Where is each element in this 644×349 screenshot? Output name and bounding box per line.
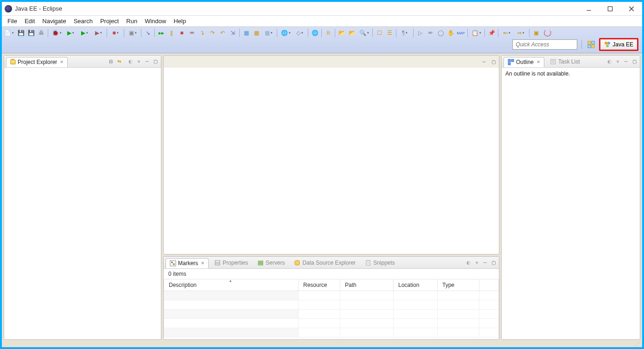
save-all-button[interactable]: 💾 bbox=[26, 28, 36, 38]
col-path[interactable]: Path bbox=[340, 279, 394, 291]
col-type[interactable]: Type bbox=[438, 279, 479, 291]
open-folder-button[interactable]: 📂 bbox=[347, 28, 357, 38]
quick-access-input[interactable] bbox=[512, 39, 577, 50]
minimize-view-button[interactable]: ─ bbox=[481, 259, 489, 267]
menu-search[interactable]: Search bbox=[70, 16, 96, 26]
drop-frame-button[interactable]: ⇲ bbox=[228, 28, 237, 38]
new-web-button[interactable]: 🌐 bbox=[279, 28, 292, 38]
run-button[interactable]: ▶ bbox=[64, 28, 77, 38]
col-description[interactable]: Description▴ bbox=[164, 279, 299, 291]
markers-icon bbox=[170, 260, 176, 267]
annotations-button[interactable]: ¶ bbox=[398, 28, 411, 38]
view-menu-button[interactable]: ▿ bbox=[473, 259, 480, 267]
new-jsp-button[interactable]: ▦ bbox=[242, 28, 251, 38]
data-source-explorer-tab[interactable]: Data Source Explorer bbox=[290, 258, 359, 267]
java-ee-perspective-button[interactable]: Java EE bbox=[599, 38, 638, 51]
open-perspective-button[interactable] bbox=[586, 39, 596, 50]
maximize-view-button[interactable]: ▢ bbox=[490, 259, 497, 267]
project-explorer-tab[interactable]: Project Explorer ✕ bbox=[6, 57, 68, 67]
close-icon[interactable]: ✕ bbox=[60, 59, 64, 64]
focus-task-button[interactable]: ◐ bbox=[465, 259, 472, 267]
terminate-debug-button[interactable]: ■ bbox=[177, 28, 186, 38]
focus-task-button[interactable]: ◐ bbox=[606, 58, 613, 65]
collapse-all-button[interactable]: ⊟ bbox=[107, 58, 115, 65]
maximize-editor-button[interactable]: ▢ bbox=[490, 58, 497, 65]
open-type-button[interactable]: ⎘ bbox=[324, 28, 333, 38]
search-button[interactable]: 🔍 bbox=[357, 28, 370, 38]
menu-help[interactable]: Help bbox=[170, 16, 190, 26]
menu-navigate[interactable]: Navigate bbox=[38, 16, 70, 26]
link-button[interactable]: ⚮ bbox=[426, 28, 435, 38]
external-tools-button[interactable]: ▶ bbox=[92, 28, 105, 38]
new-xml-button[interactable]: ◇ bbox=[293, 28, 306, 38]
hand-button[interactable]: ✋ bbox=[446, 28, 455, 38]
clipboard-button[interactable]: 📋 bbox=[470, 28, 483, 38]
back-button[interactable]: ⇐ bbox=[500, 28, 513, 38]
outline-tab[interactable]: Outline ✕ bbox=[504, 57, 544, 67]
minimize-button[interactable] bbox=[578, 2, 599, 16]
disconnect-button[interactable]: ⚮ bbox=[187, 28, 197, 38]
pin-button[interactable]: 📌 bbox=[487, 28, 496, 38]
maximize-view-button[interactable]: ▢ bbox=[631, 58, 638, 65]
new-servlet-button[interactable]: ▦ bbox=[252, 28, 261, 38]
run-last-button[interactable]: ▶ bbox=[78, 28, 91, 38]
debug-button[interactable]: 🐞 bbox=[50, 28, 63, 38]
view-menu-button[interactable]: ▿ bbox=[135, 58, 142, 65]
marquee-button[interactable]: ◯ bbox=[436, 28, 445, 38]
save-button[interactable]: 💾 bbox=[16, 28, 26, 38]
servers-tab[interactable]: Servers bbox=[254, 258, 288, 267]
open-browser-button[interactable]: 🌐 bbox=[310, 28, 319, 38]
table-row[interactable] bbox=[164, 328, 499, 337]
project-explorer-body[interactable] bbox=[4, 68, 161, 339]
maximize-view-button[interactable]: ▢ bbox=[152, 58, 159, 65]
minimize-view-button[interactable]: ─ bbox=[622, 58, 630, 65]
menu-project[interactable]: Project bbox=[96, 16, 122, 26]
new-task-button[interactable]: ☐ bbox=[375, 28, 384, 38]
new-ejb-button[interactable]: ▦ bbox=[262, 28, 275, 38]
step-over-button[interactable]: ↷ bbox=[208, 28, 217, 38]
task-list-tab[interactable]: Task List bbox=[546, 57, 584, 66]
focus-task-button[interactable]: ◐ bbox=[127, 58, 134, 65]
skip-breakpoints-button[interactable]: ↘ bbox=[143, 28, 153, 38]
svg-rect-23 bbox=[508, 59, 510, 62]
suspend-button[interactable]: ‖ bbox=[167, 28, 176, 38]
markers-tab[interactable]: Markers ✕ bbox=[166, 258, 209, 268]
forward-button[interactable]: ⇒ bbox=[514, 28, 527, 38]
step-return-button[interactable]: ↶ bbox=[218, 28, 227, 38]
link-editor-button[interactable]: ⇆ bbox=[115, 58, 123, 65]
open-task-button[interactable]: 📂 bbox=[337, 28, 346, 38]
new-button[interactable]: 📄 bbox=[2, 28, 15, 38]
table-row[interactable] bbox=[164, 300, 499, 310]
map-button[interactable]: MAP bbox=[456, 28, 465, 38]
properties-tab[interactable]: Properties bbox=[210, 258, 252, 267]
minimize-view-button[interactable]: ─ bbox=[143, 58, 151, 65]
maximize-button[interactable] bbox=[599, 2, 621, 16]
resize-grip-icon[interactable]: ⋰ bbox=[636, 341, 641, 346]
table-row[interactable] bbox=[164, 291, 499, 300]
col-resource[interactable]: Resource bbox=[299, 279, 340, 291]
col-location[interactable]: Location bbox=[394, 279, 438, 291]
close-icon[interactable]: ✕ bbox=[201, 260, 204, 266]
new-server-button[interactable]: ▣ bbox=[126, 28, 139, 38]
print-button[interactable]: 🖶 bbox=[37, 28, 46, 38]
project-icon-button[interactable]: ▣ bbox=[531, 28, 541, 38]
menu-edit[interactable]: Edit bbox=[21, 16, 38, 26]
table-row[interactable] bbox=[164, 319, 499, 328]
close-button[interactable] bbox=[621, 2, 642, 16]
snippets-tab[interactable]: Snippets bbox=[361, 258, 399, 267]
minimize-editor-button[interactable]: ─ bbox=[480, 58, 488, 65]
categorize-button[interactable]: ☰ bbox=[385, 28, 394, 38]
svg-rect-14 bbox=[215, 260, 220, 265]
editor-area[interactable]: ─ ▢ bbox=[163, 55, 499, 254]
resume-button[interactable]: ▸▸ bbox=[157, 28, 166, 38]
view-menu-button[interactable]: ▿ bbox=[614, 58, 621, 65]
table-row[interactable] bbox=[164, 310, 499, 319]
menu-file[interactable]: File bbox=[4, 16, 21, 26]
menu-run[interactable]: Run bbox=[122, 16, 141, 26]
markers-table[interactable]: Description▴ Resource Path Location Type bbox=[164, 279, 499, 337]
terminate-button[interactable]: ■ bbox=[109, 28, 122, 38]
close-icon[interactable]: ✕ bbox=[536, 59, 540, 64]
cursor-button[interactable]: ▷ bbox=[415, 28, 425, 38]
menu-window[interactable]: Window bbox=[141, 16, 170, 26]
step-into-button[interactable]: ↴ bbox=[198, 28, 207, 38]
